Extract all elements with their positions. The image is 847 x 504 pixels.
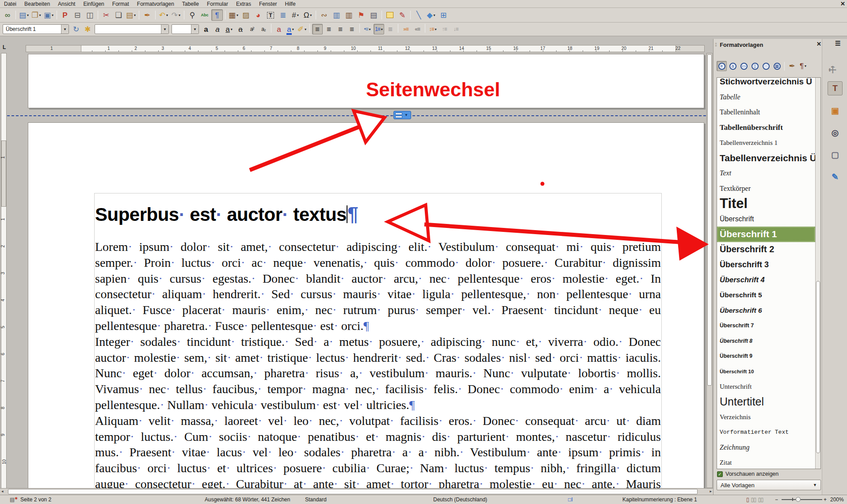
update-style-button[interactable]: ↻ — [71, 24, 81, 34]
horizontal-ruler[interactable]: 112345678910111213141516171819202122 — [26, 45, 705, 52]
insert-special-character-button[interactable]: Ω▾ — [302, 9, 313, 21]
menu-tabelle[interactable]: Tabelle — [178, 0, 203, 8]
font-color-dropdown-icon[interactable]: ▾ — [292, 27, 294, 31]
body-line[interactable]: sapien· quis· cursus· egestas.· Donec· b… — [95, 272, 661, 288]
body-line[interactable]: semper.· Proin· luctus· orci· ac· neque·… — [95, 256, 661, 272]
track-changes-button[interactable]: ✎ — [397, 9, 408, 21]
bold-button[interactable]: a — [201, 24, 211, 34]
style-item-überschrift-4[interactable]: Überschrift 4 — [717, 273, 815, 288]
italic-button[interactable]: a — [212, 24, 223, 34]
new-document-button[interactable]: ▤▾ — [18, 9, 30, 21]
style-item-überschrift-3[interactable]: Überschrift 3 — [717, 257, 815, 273]
insert-chart-button[interactable]: ◕ — [252, 9, 264, 21]
bullet-list-dropdown-icon[interactable]: ▾ — [369, 27, 371, 31]
menu-formular[interactable]: Formular — [203, 0, 232, 8]
space-above-paragraph-button[interactable]: ↑≡ — [439, 24, 450, 34]
body-line[interactable]: pellentesque.· Nullam· vehicula· vestibu… — [95, 398, 661, 414]
page-style-status[interactable]: Standard — [305, 496, 327, 503]
scroll-left-icon[interactable]: ◂ — [1, 489, 4, 493]
style-filter-dropdown[interactable]: Alle Vorlagen ▼ — [717, 480, 821, 490]
style-item-tabellenverzeichnis-üb[interactable]: Tabellenverzeichnis Üb — [717, 151, 815, 166]
style-item-überschrift-10[interactable]: Überschrift 10 — [717, 364, 815, 379]
highlighting-color-button[interactable]: ✐▾ — [297, 24, 307, 34]
superscript-button[interactable]: a² — [247, 24, 257, 34]
insert-endnote-button[interactable]: ▥ — [343, 9, 355, 21]
single-page-view-icon[interactable]: ▯ — [746, 496, 749, 503]
style-item-überschrift-2[interactable]: Überschrift 2 — [717, 242, 815, 258]
style-item-unterschrift[interactable]: Unterschrift — [717, 379, 815, 394]
styles-deck-tab[interactable]: T — [828, 81, 843, 95]
body-line[interactable]: Vivamus· nec· tellus· faucibus,· tempor·… — [95, 382, 661, 398]
numbered-list-dropdown-icon[interactable]: ▾ — [381, 27, 383, 31]
style-list-scrollbar-thumb[interactable] — [816, 281, 820, 453]
style-item-verzeichnis[interactable]: Verzeichnis — [717, 409, 815, 425]
undo-button[interactable]: ↶▾ — [158, 9, 169, 21]
font-name-combobox[interactable]: ▼ — [95, 24, 169, 34]
print-button[interactable]: ⊟ — [72, 9, 83, 21]
style-item-untertitel[interactable]: Untertitel — [717, 394, 815, 410]
export-pdf-button[interactable]: P — [59, 9, 71, 21]
style-item-überschrift-6[interactable]: Überschrift 6 — [717, 303, 815, 318]
multi-page-view-icon[interactable]: ▯▯ — [751, 496, 756, 503]
style-item-textkörper[interactable]: Textkörper — [717, 181, 815, 197]
style-item-zeichnung[interactable]: Zeichnung — [717, 440, 815, 455]
vertical-scrollbar-thumb[interactable] — [707, 54, 712, 386]
menu-datei[interactable]: Datei — [0, 0, 20, 8]
cut-button[interactable]: ✂ — [100, 9, 112, 21]
table-styles-button[interactable]: ▦ — [772, 61, 782, 71]
insert-bookmark-button[interactable]: ⚑ — [355, 9, 367, 21]
insert-page-break-button[interactable]: ≣ — [277, 9, 289, 21]
page-number-status[interactable]: Seite 2 von 2 — [20, 496, 51, 503]
style-item-zitat[interactable]: Zitat — [717, 455, 815, 470]
menu-format[interactable]: Format — [108, 0, 133, 8]
word-count-status[interactable]: Ausgewählt: 68 Wörter, 441 Zeichen — [205, 496, 290, 503]
insert-table-button[interactable]: ▦▾ — [228, 9, 239, 21]
sidebar-close-icon[interactable]: ✕ — [816, 41, 821, 47]
vertical-ruler[interactable]: 112345678910 — [1, 53, 7, 489]
formatting-marks-button[interactable]: ¶ — [211, 9, 223, 21]
fill-format-mode-button[interactable]: ✒ — [787, 61, 797, 71]
style-actions-button[interactable]: ¶▾ — [798, 61, 808, 71]
show-previews-row[interactable]: ✓ Vorschauen anzeigen — [717, 471, 778, 477]
gallery-deck-tab[interactable]: ▣ — [828, 103, 843, 117]
style-item-tabelleninhalt[interactable]: Tabelleninhalt — [717, 105, 815, 120]
style-item-überschrift-8[interactable]: Überschrift 8 — [717, 333, 815, 349]
show-draw-functions-button[interactable]: ⊞ — [438, 9, 449, 21]
clear-formatting-button[interactable]: a — [274, 24, 284, 34]
zoom-level[interactable]: 200% — [830, 496, 844, 503]
character-styles-button[interactable]: a — [728, 61, 738, 71]
body-line[interactable]: Nunc· eget· dolor· accumsan,· pharetra· … — [95, 366, 661, 382]
align-right-button[interactable]: ≡ — [335, 24, 346, 34]
frame-styles-button[interactable]: ▭ — [739, 61, 749, 71]
scroll-right-icon[interactable]: ▸ — [710, 489, 712, 493]
style-item-tabelle[interactable]: Tabelle — [717, 90, 815, 105]
page-deck-tab[interactable]: ▢ — [828, 148, 843, 162]
numbered-list-button[interactable]: 1≡▾ — [374, 24, 384, 34]
show-previews-checkbox[interactable]: ✓ — [717, 471, 723, 477]
subscript-button[interactable]: a₂ — [258, 24, 269, 34]
body-line[interactable]: mus.· Praesent· vitae· lacus· vel· leo· … — [95, 445, 661, 461]
body-line[interactable]: aliquet.· Fusce· placerat· mauris· enim,… — [95, 303, 661, 319]
basic-shapes-button[interactable]: ◆▾ — [425, 9, 437, 21]
horizontal-scrollbar-thumb[interactable] — [8, 489, 698, 494]
vertical-scrollbar[interactable] — [706, 53, 713, 488]
insert-field-button[interactable]: #▾ — [290, 9, 301, 21]
insert-line-button[interactable]: ╲ — [413, 9, 424, 21]
style-item-tabellenverzeichnis-1[interactable]: Tabellenverzeichnis 1 — [717, 135, 815, 151]
paragraph-style-combobox[interactable]: Überschrift 1 ▼ — [3, 24, 69, 34]
style-actions-dropdown-icon[interactable]: ▾ — [805, 64, 806, 68]
style-item-überschrift-7[interactable]: Überschrift 7 — [717, 318, 815, 333]
underline-dropdown-icon[interactable]: ▾ — [231, 27, 233, 31]
zoom-in-icon[interactable]: + — [824, 496, 827, 503]
open-button[interactable]: ❐▾ — [31, 9, 42, 21]
new-style-button[interactable]: ✱ — [82, 24, 93, 34]
style-list[interactable]: Stichwortverzeichnis ÜTabelleTabelleninh… — [717, 77, 821, 469]
style-item-titel[interactable]: Titel — [717, 196, 815, 212]
body-line[interactable]: auctor· molestie· sem,· sit· amet· trist… — [95, 351, 661, 367]
body-line[interactable]: pellentesque· pharetra.· Fusce· pellente… — [95, 319, 661, 335]
insert-comment-button[interactable] — [384, 9, 396, 21]
body-line[interactable]: tempor· luctus.· Cum· sociis· natoque· p… — [95, 430, 661, 446]
insert-mode-icon[interactable]: □I — [568, 496, 573, 503]
insert-text-box-button[interactable]: T — [265, 9, 276, 21]
page-break-dropdown-icon[interactable]: ▼ — [404, 113, 408, 117]
